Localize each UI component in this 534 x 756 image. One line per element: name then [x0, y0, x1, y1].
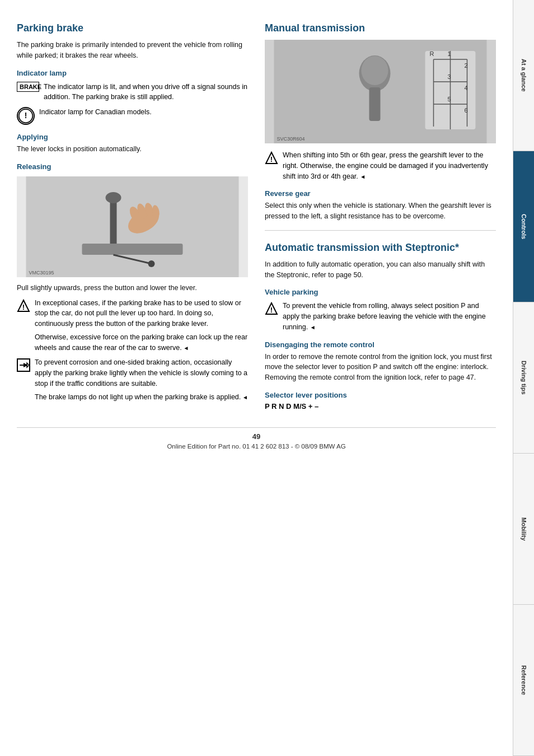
svg-text:!: ! — [25, 111, 27, 120]
vehicle-parking-title: Vehicle parking — [265, 288, 496, 296]
note-arrow-icon — [17, 358, 30, 372]
sidebar-label-at-a-glance: At a glance — [521, 59, 527, 92]
parking-brake-title: Parking brake — [17, 22, 248, 34]
transmission-image: R 1 3 5 2 4 6 SVC30R604 — [265, 40, 496, 143]
automatic-transmission-title: Automatic transmission with Steptronic* — [265, 242, 496, 254]
releasing-image: VMC30195 — [17, 176, 248, 277]
releasing-title: Releasing — [17, 162, 248, 171]
sidebar-at-a-glance[interactable]: At a glance — [513, 0, 534, 151]
releasing-caption: Pull slightly upwards, press the button … — [17, 283, 248, 293]
sidebar-mobility[interactable]: Mobility — [513, 454, 534, 605]
svg-point-21 — [362, 56, 388, 85]
note-block-1: To prevent corrosion and one-sided braki… — [17, 357, 248, 402]
svg-text:3: 3 — [448, 73, 451, 80]
warning-block-1: ! In exceptional cases, if the parking b… — [17, 298, 248, 353]
selector-lever-title: Selector lever positions — [265, 391, 496, 399]
reverse-gear-title: Reverse gear — [265, 189, 496, 198]
sidebar-label-reference: Reference — [521, 665, 527, 695]
svg-text:6: 6 — [465, 107, 468, 114]
parking-brake-section: Parking brake The parking brake is prima… — [17, 22, 248, 410]
svg-rect-22 — [369, 87, 381, 121]
brake-indicator-text: The indicator lamp is lit, and when you … — [44, 82, 248, 103]
right-sidebar: At a glance Controls Driving tips Mobili… — [513, 0, 534, 756]
sidebar-controls[interactable]: Controls — [513, 151, 534, 302]
vehicle-parking-text: To prevent the vehicle from rolling, alw… — [283, 301, 496, 332]
svg-rect-5 — [82, 244, 183, 255]
sidebar-label-driving-tips: Driving tips — [521, 361, 527, 395]
svg-text:SVC30R604: SVC30R604 — [277, 136, 305, 142]
sidebar-reference[interactable]: Reference — [513, 605, 534, 756]
svg-text:5: 5 — [448, 96, 451, 102]
svg-text:2: 2 — [465, 62, 468, 69]
parking-brake-intro: The parking brake is primarily intended … — [17, 40, 248, 61]
sidebar-label-controls: Controls — [521, 214, 527, 239]
warning-triangle-icon-2: ! — [265, 151, 278, 165]
reverse-gear-text: Select this only when the vehicle is sta… — [265, 200, 496, 222]
applying-title: Applying — [17, 133, 248, 141]
page-number: 49 — [17, 432, 496, 441]
canadian-text: Indicator lamp for Canadian models. — [39, 107, 152, 118]
applying-text: The lever locks in position automaticall… — [17, 144, 248, 155]
note-text-1: To prevent corrosion and one-sided braki… — [35, 357, 248, 402]
canadian-indicator-box: ! Indicator lamp for Canadian models. — [17, 107, 248, 125]
automatic-intro: In addition to fully automatic operation… — [265, 259, 496, 281]
warning-triangle-icon-1: ! — [17, 299, 30, 312]
sidebar-driving-tips[interactable]: Driving tips — [513, 302, 534, 454]
svg-text:VMC30195: VMC30195 — [29, 270, 54, 276]
disengaging-remote-title: Disengaging the remote control — [265, 340, 496, 349]
svg-text:!: ! — [270, 155, 273, 164]
brake-indicator-box: BRAKE The indicator lamp is lit, and whe… — [17, 82, 248, 103]
manual-warning-block: ! When shifting into 5th or 6th gear, pr… — [265, 150, 496, 181]
svg-point-4 — [106, 192, 121, 203]
svg-point-7 — [148, 260, 155, 267]
svg-text:!: ! — [22, 303, 25, 311]
right-column: Manual transmission — [265, 22, 496, 410]
page-footer: 49 Online Edition for Part no. 01 41 2 6… — [17, 427, 496, 450]
vehicle-parking-warning: ! To prevent the vehicle from rolling, a… — [265, 301, 496, 332]
svg-text:!: ! — [270, 306, 273, 314]
warning-triangle-icon-3: ! — [265, 302, 278, 315]
svg-text:R: R — [430, 50, 434, 57]
circle-indicator-icon: ! — [17, 107, 35, 125]
sidebar-label-mobility: Mobility — [521, 517, 527, 541]
selector-positions: P R N D M/S + – — [265, 402, 496, 410]
manual-warning-text: When shifting into 5th or 6th gear, pres… — [283, 150, 496, 181]
footer-text: Online Edition for Part no. 01 41 2 602 … — [167, 443, 345, 450]
disengaging-remote-text: In order to remove the remote control fr… — [265, 352, 496, 383]
svg-text:4: 4 — [465, 85, 468, 91]
warning-text-1: In exceptional cases, if the parking bra… — [35, 298, 248, 353]
svg-text:1: 1 — [448, 50, 451, 57]
manual-transmission-title: Manual transmission — [265, 22, 496, 34]
brake-badge: BRAKE — [17, 82, 39, 92]
indicator-lamp-title: Indicator lamp — [17, 69, 248, 77]
